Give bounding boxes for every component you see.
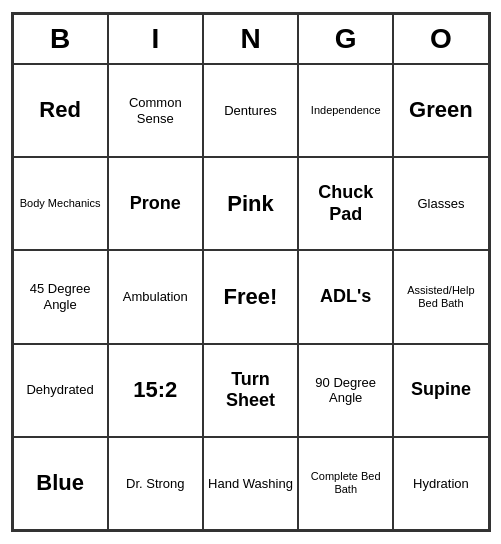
bingo-card: BINGO RedCommon SenseDenturesIndependenc… — [11, 12, 491, 532]
bingo-cell-1-3: Chuck Pad — [298, 157, 393, 250]
bingo-cell-0-3: Independence — [298, 64, 393, 157]
bingo-row-0: RedCommon SenseDenturesIndependenceGreen — [13, 64, 489, 157]
bingo-cell-4-4: Hydration — [393, 437, 488, 530]
bingo-row-4: BlueDr. StrongHand WashingComplete Bed B… — [13, 437, 489, 530]
bingo-cell-1-1: Prone — [108, 157, 203, 250]
bingo-cell-0-1: Common Sense — [108, 64, 203, 157]
bingo-cell-4-2: Hand Washing — [203, 437, 298, 530]
bingo-cell-2-2: Free! — [203, 250, 298, 343]
bingo-cell-2-1: Ambulation — [108, 250, 203, 343]
bingo-cell-3-2: Turn Sheet — [203, 344, 298, 437]
bingo-cell-2-0: 45 Degree Angle — [13, 250, 108, 343]
header-letter-B: B — [13, 14, 108, 64]
bingo-cell-3-0: Dehydrated — [13, 344, 108, 437]
header-letter-I: I — [108, 14, 203, 64]
bingo-row-3: Dehydrated15:2Turn Sheet90 Degree AngleS… — [13, 344, 489, 437]
bingo-cell-0-0: Red — [13, 64, 108, 157]
bingo-cell-0-2: Dentures — [203, 64, 298, 157]
bingo-header: BINGO — [13, 14, 489, 64]
bingo-cell-0-4: Green — [393, 64, 488, 157]
header-letter-N: N — [203, 14, 298, 64]
bingo-cell-4-3: Complete Bed Bath — [298, 437, 393, 530]
bingo-cell-3-3: 90 Degree Angle — [298, 344, 393, 437]
bingo-cell-2-3: ADL's — [298, 250, 393, 343]
bingo-row-2: 45 Degree AngleAmbulationFree!ADL'sAssis… — [13, 250, 489, 343]
header-letter-G: G — [298, 14, 393, 64]
bingo-cell-1-0: Body Mechanics — [13, 157, 108, 250]
header-letter-O: O — [393, 14, 488, 64]
bingo-cell-1-4: Glasses — [393, 157, 488, 250]
bingo-cell-4-1: Dr. Strong — [108, 437, 203, 530]
bingo-cell-1-2: Pink — [203, 157, 298, 250]
bingo-cell-3-4: Supine — [393, 344, 488, 437]
bingo-cell-2-4: Assisted/Help Bed Bath — [393, 250, 488, 343]
bingo-cell-4-0: Blue — [13, 437, 108, 530]
bingo-row-1: Body MechanicsPronePinkChuck PadGlasses — [13, 157, 489, 250]
bingo-body: RedCommon SenseDenturesIndependenceGreen… — [13, 64, 489, 530]
bingo-cell-3-1: 15:2 — [108, 344, 203, 437]
